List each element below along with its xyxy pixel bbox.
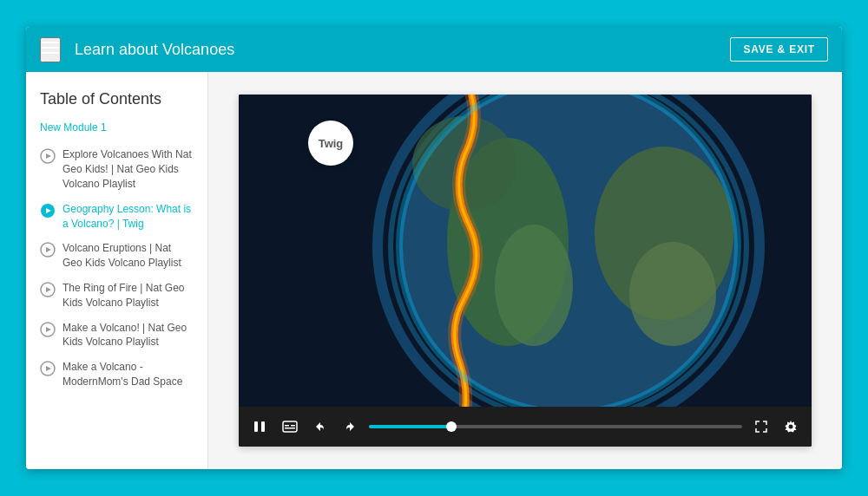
module-label: New Module 1 [40,121,194,134]
toc-item-4[interactable]: The Ring of Fire | Nat Geo Kids Volcano … [40,276,194,316]
svg-rect-29 [291,425,295,427]
fullscreen-button[interactable] [751,418,772,435]
svg-marker-10 [46,287,51,292]
toc-item-2[interactable]: Geography Lesson: What is a Volcano? | T… [40,197,194,237]
save-exit-button[interactable]: SAVE & EXIT [730,37,828,62]
content-area: Twig [208,72,842,469]
sidebar: Table of Contents New Module 1 Explore V… [26,72,208,469]
toc-text-6: Make a Volcano - ModernMom's Dad Space [62,360,194,389]
fastforward-button[interactable] [339,418,360,435]
toc-text-2: Geography Lesson: What is a Volcano? | T… [62,202,194,232]
play-circle-icon-6 [40,361,56,376]
svg-rect-1 [42,47,59,49]
progress-bar[interactable] [369,425,742,428]
menu-icon[interactable] [40,37,61,62]
svg-marker-12 [46,327,51,332]
toc-item-1[interactable]: Explore Volcanoes With Nat Geo Kids! | N… [40,142,194,196]
svg-rect-30 [285,427,295,429]
toc-item-6[interactable]: Make a Volcano - ModernMom's Dad Space [40,355,194,395]
toc-item-5[interactable]: Make a Volcano! | Nat Geo Kids Volcano P… [40,316,194,356]
svg-rect-27 [283,421,297,432]
toc-text-1: Explore Volcanoes With Nat Geo Kids! | N… [62,147,194,191]
svg-rect-25 [254,421,258,432]
svg-rect-28 [285,425,289,427]
svg-point-22 [629,242,716,346]
main-container: Learn about Volcanoes SAVE & EXIT Table … [26,27,842,469]
header: Learn about Volcanoes SAVE & EXIT [26,27,842,72]
captions-button[interactable] [279,419,301,434]
video-player: Twig [239,95,812,447]
settings-button[interactable] [780,418,801,435]
play-circle-icon-3 [40,242,56,258]
body: Table of Contents New Module 1 Explore V… [26,72,842,469]
toc-text-5: Make a Volcano! | Nat Geo Kids Volcano P… [62,321,194,350]
svg-rect-2 [42,52,59,54]
play-circle-icon-5 [40,322,56,337]
twig-badge: Twig [308,121,353,166]
sidebar-title: Table of Contents [40,89,194,109]
play-circle-icon-1 [40,148,56,164]
toc-item-3[interactable]: Volcano Eruptions | Nat Geo Kids Volcano… [40,236,194,276]
toc-text-4: The Ring of Fire | Nat Geo Kids Volcano … [62,281,194,310]
video-screen: Twig [239,95,812,407]
svg-rect-26 [261,421,265,432]
svg-rect-0 [42,42,59,43]
page-title: Learn about Volcanoes [75,41,730,59]
svg-point-32 [789,425,793,429]
svg-point-20 [495,225,573,346]
play-circle-icon-2 [40,203,56,219]
rewind-button[interactable] [310,418,331,435]
svg-marker-4 [46,153,51,159]
pause-button[interactable] [249,418,270,435]
progress-thumb [446,421,457,432]
play-circle-icon-4 [40,282,56,297]
progress-filled [369,425,451,428]
video-controls [239,407,812,447]
svg-marker-8 [46,247,51,252]
toc-text-3: Volcano Eruptions | Nat Geo Kids Volcano… [62,241,194,271]
svg-marker-14 [46,366,51,371]
